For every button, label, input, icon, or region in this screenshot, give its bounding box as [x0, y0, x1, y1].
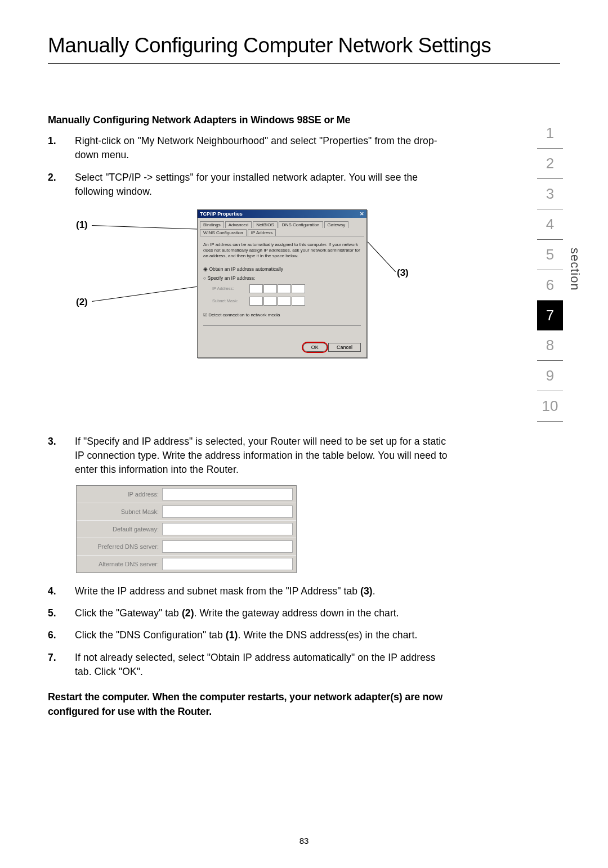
ip-address-boxes[interactable] [249, 284, 305, 293]
section-nav-1[interactable]: 1 [537, 118, 563, 149]
callout-line-1 [92, 225, 202, 230]
callout-1: (1) [76, 220, 88, 231]
field-label: Preferred DNS server: [80, 543, 162, 550]
detect-connection-label: Detect connection to network media [208, 312, 280, 317]
step-text: Click the "Gateway" tab (2). Write the g… [75, 606, 448, 620]
field-input[interactable] [162, 505, 293, 518]
section-nav-7[interactable]: 7 [537, 301, 563, 330]
tab-netbios[interactable]: NetBIOS [253, 221, 278, 228]
tab-bindings[interactable]: Bindings [200, 221, 224, 228]
page-number: 83 [0, 836, 608, 845]
table-row: Default gateway: [77, 521, 296, 538]
field-input[interactable] [162, 523, 293, 535]
address-table: IP address:Subnet Mask:Default gateway:P… [76, 485, 297, 573]
steps-bottom: 4.Write the IP address and subnet mask f… [48, 584, 448, 679]
section-nav-2[interactable]: 2 [537, 149, 563, 179]
callout-3: (3) [397, 267, 409, 279]
radio-specify-label: Specify an IP address: [208, 275, 256, 281]
restart-note: Restart the computer. When the computer … [48, 690, 448, 719]
list-item: 3. If "Specify and IP address" is select… [48, 435, 448, 477]
dialog-tabs: BindingsAdvancedNetBIOSDNS Configuration… [200, 221, 364, 236]
tcpip-dialog: TCP/IP Properties ✕ BindingsAdvancedNetB… [197, 209, 367, 358]
field-label: Subnet Mask: [80, 508, 162, 515]
steps-top: 1.Right-click on "My Network Neighbourho… [48, 134, 448, 199]
subnet-mask-field: Subnet Mask: [203, 297, 361, 306]
field-label: Alternate DNS server: [80, 561, 162, 567]
step-text: Write the IP address and subnet mask fro… [75, 584, 448, 598]
ip-address-field: IP Address: [203, 284, 361, 293]
tab-advanced[interactable]: Advanced [225, 221, 252, 228]
title-underline [48, 63, 560, 64]
table-row: Subnet Mask: [77, 503, 296, 521]
cancel-button[interactable]: Cancel [328, 343, 361, 352]
section-nav-6[interactable]: 6 [537, 270, 563, 301]
document-page: Manually Configuring Computer Network Se… [0, 0, 608, 868]
step-text: Right-click on "My Network Neighbourhood… [75, 134, 448, 163]
radio-specify[interactable]: ○ Specify an IP address: [203, 275, 361, 281]
page-title: Manually Configuring Computer Network Se… [48, 34, 560, 57]
tab-wins-configuration[interactable]: WINS Configuration [200, 229, 247, 236]
step-text: If not already selected, select "Obtain … [75, 651, 448, 679]
step-number: 3. [48, 435, 75, 477]
ok-button[interactable]: OK [303, 343, 327, 352]
step-text: If "Specify and IP address" is selected,… [75, 435, 448, 477]
step-number: 4. [48, 584, 75, 598]
list-item: 7.If not already selected, select "Obtai… [48, 651, 448, 679]
step-3: 3. If "Specify and IP address" is select… [48, 435, 448, 477]
dialog-body: An IP address can be automatically assig… [198, 236, 366, 339]
tab-dns-configuration[interactable]: DNS Configuration [279, 221, 323, 228]
content-area: Manually Configuring Network Adapters in… [48, 114, 448, 719]
dialog-buttons: OK Cancel [198, 339, 366, 357]
section-nav: 12345678910 [537, 118, 563, 422]
field-input[interactable] [162, 558, 293, 570]
subheading: Manually Configuring Network Adapters in… [48, 114, 448, 126]
close-icon[interactable]: ✕ [360, 211, 364, 217]
step-number: 7. [48, 651, 75, 679]
section-nav-9[interactable]: 9 [537, 361, 563, 391]
field-label: IP address: [80, 491, 162, 498]
list-item: 2.Select "TCP/IP -> settings" for your i… [48, 171, 448, 199]
dialog-desc: An IP address can be automatically assig… [203, 242, 361, 259]
detect-connection-checkbox[interactable]: ☑ Detect connection to network media [203, 312, 361, 317]
field-label: Default gateway: [80, 526, 162, 533]
tab-ip-address[interactable]: IP Address [248, 229, 276, 236]
callout-2: (2) [76, 297, 88, 308]
list-item: 6.Click the "DNS Configuration" tab (1).… [48, 628, 448, 642]
radio-obtain-auto-label: Obtain an IP address automatically [209, 266, 283, 272]
list-item: 1.Right-click on "My Network Neighbourho… [48, 134, 448, 163]
subnet-mask-boxes[interactable] [249, 297, 305, 306]
ip-address-label: IP Address: [212, 286, 246, 291]
section-nav-5[interactable]: 5 [537, 240, 563, 270]
step-number: 5. [48, 606, 75, 620]
section-nav-10[interactable]: 10 [537, 391, 563, 422]
figure-tcpip-properties: (1) (2) (3) TCP/IP Properties ✕ Bindings… [76, 209, 448, 423]
list-item: 4.Write the IP address and subnet mask f… [48, 584, 448, 598]
tab-gateway[interactable]: Gateway [324, 221, 349, 228]
step-number: 1. [48, 134, 75, 163]
section-nav-3[interactable]: 3 [537, 179, 563, 209]
field-input[interactable] [162, 540, 293, 553]
table-row: IP address: [77, 486, 296, 503]
dialog-titlebar: TCP/IP Properties ✕ [198, 210, 366, 218]
step-number: 2. [48, 171, 75, 199]
list-item: 5.Click the "Gateway" tab (2). Write the… [48, 606, 448, 620]
field-input[interactable] [162, 488, 293, 500]
subnet-mask-label: Subnet Mask: [212, 298, 246, 303]
dialog-title: TCP/IP Properties [200, 211, 243, 217]
radio-obtain-auto[interactable]: ◉ Obtain an IP address automatically [203, 266, 361, 272]
section-nav-4[interactable]: 4 [537, 209, 563, 240]
section-nav-8[interactable]: 8 [537, 330, 563, 361]
step-number: 6. [48, 628, 75, 642]
table-row: Alternate DNS server: [77, 556, 296, 572]
table-row: Preferred DNS server: [77, 538, 296, 556]
step-text: Select "TCP/IP -> settings" for your ins… [75, 171, 448, 199]
callout-line-2 [92, 284, 212, 301]
step-text: Click the "DNS Configuration" tab (1). W… [75, 628, 448, 642]
divider [203, 325, 361, 326]
section-label: section [567, 248, 582, 291]
